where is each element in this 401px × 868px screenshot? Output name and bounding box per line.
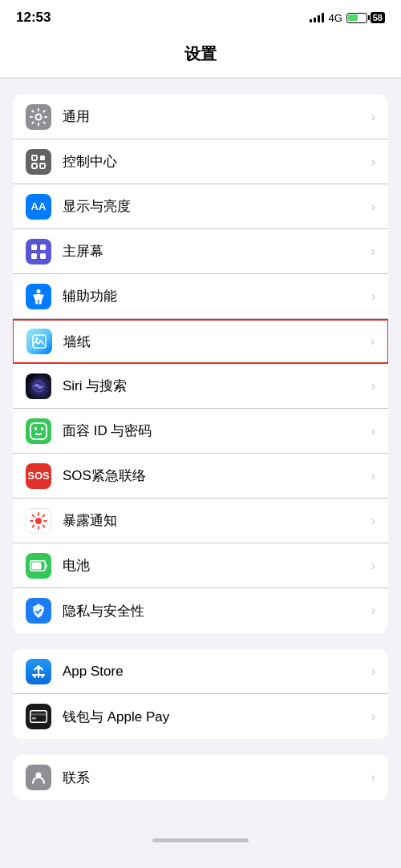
- svg-rect-4: [40, 164, 45, 168]
- svg-rect-23: [46, 563, 47, 567]
- display-icon: AA: [26, 194, 51, 220]
- wallpaper-chevron: ›: [371, 334, 375, 349]
- contacts-icon: [26, 765, 51, 790]
- contacts-label: 联系: [63, 769, 368, 787]
- home-screen-label: 主屏幕: [63, 242, 368, 260]
- svg-point-9: [37, 289, 41, 293]
- svg-line-21: [33, 525, 34, 527]
- svg-rect-24: [32, 562, 42, 569]
- exposure-chevron: ›: [371, 514, 375, 528]
- wallpaper-label: 墙纸: [63, 333, 367, 351]
- faceid-icon: [26, 418, 51, 444]
- wallet-chevron: ›: [371, 709, 375, 724]
- svg-rect-30: [30, 713, 47, 716]
- sos-label: SOS紧急联络: [63, 466, 368, 485]
- battery-level: 58: [371, 12, 385, 23]
- svg-rect-3: [32, 164, 37, 168]
- control-center-icon: [26, 149, 51, 175]
- general-chevron: ›: [371, 110, 375, 124]
- siri-icon: [26, 373, 51, 399]
- svg-rect-8: [40, 253, 46, 259]
- appstore-label: App Store: [63, 664, 368, 680]
- signal-bar-2: [314, 18, 316, 22]
- svg-rect-5: [31, 244, 37, 250]
- svg-line-18: [33, 515, 34, 516]
- display-chevron: ›: [371, 200, 375, 214]
- svg-line-20: [43, 515, 44, 516]
- settings-item-exposure[interactable]: 暴露通知 ›: [13, 499, 388, 543]
- status-bar: 12:53 4G 58: [0, 0, 401, 35]
- home-screen-icon: [26, 239, 51, 264]
- svg-point-0: [36, 114, 42, 119]
- svg-rect-31: [32, 717, 36, 720]
- accessibility-icon: [26, 284, 51, 309]
- home-bar: [152, 838, 249, 842]
- sos-icon: SOS: [26, 463, 51, 489]
- svg-point-13: [35, 518, 42, 524]
- settings-item-sos[interactable]: SOS SOS紧急联络 ›: [13, 454, 388, 499]
- accessibility-chevron: ›: [371, 289, 375, 304]
- svg-line-19: [43, 525, 44, 527]
- svg-point-10: [35, 337, 38, 341]
- siri-chevron: ›: [371, 379, 375, 394]
- appstore-icon: [26, 659, 51, 684]
- battery-icon: [346, 13, 367, 23]
- settings-item-general[interactable]: 通用 ›: [13, 95, 388, 139]
- settings-item-siri[interactable]: Siri 与搜索 ›: [13, 364, 388, 409]
- general-icon: [26, 104, 51, 130]
- privacy-chevron: ›: [371, 604, 375, 618]
- settings-section-3: 联系 ›: [13, 755, 388, 800]
- svg-rect-29: [30, 711, 47, 723]
- nav-title-bar: 设置: [0, 35, 401, 79]
- exposure-icon: [26, 508, 51, 534]
- settings-item-control-center[interactable]: 控制中心 ›: [13, 139, 388, 184]
- svg-rect-1: [32, 155, 37, 160]
- faceid-chevron: ›: [371, 424, 375, 438]
- settings-item-appstore[interactable]: App Store ›: [13, 649, 388, 694]
- display-icon-text: AA: [31, 200, 47, 212]
- settings-section-1: 通用 › 控制中心 › AA 显示与亮度 ›: [13, 95, 388, 633]
- signal-bar-1: [310, 19, 312, 22]
- sos-chevron: ›: [371, 469, 375, 483]
- battery-chevron: ›: [371, 559, 375, 573]
- settings-item-display[interactable]: AA 显示与亮度 ›: [13, 184, 388, 229]
- status-right: 4G 58: [310, 12, 385, 24]
- settings-item-privacy[interactable]: 隐私与安全性 ›: [13, 588, 388, 633]
- network-type: 4G: [328, 12, 342, 24]
- svg-rect-6: [40, 244, 46, 250]
- contacts-chevron: ›: [371, 770, 375, 785]
- display-label: 显示与亮度: [63, 197, 368, 216]
- control-center-label: 控制中心: [63, 152, 368, 171]
- general-label: 通用: [63, 107, 368, 126]
- settings-item-wallpaper[interactable]: 墙纸 ›: [13, 319, 388, 364]
- signal-bar-4: [322, 13, 324, 22]
- settings-item-battery[interactable]: 电池 ›: [13, 543, 388, 588]
- signal-bar-3: [318, 15, 320, 22]
- battery-settings-icon: [26, 553, 51, 579]
- svg-rect-7: [31, 253, 37, 259]
- exposure-label: 暴露通知: [63, 511, 368, 530]
- home-indicator: [0, 832, 401, 849]
- control-center-chevron: ›: [371, 155, 375, 169]
- bottom-spacer: [0, 816, 401, 832]
- settings-item-contacts[interactable]: 联系 ›: [13, 755, 388, 800]
- battery-label: 电池: [63, 556, 368, 575]
- siri-label: Siri 与搜索: [63, 377, 368, 395]
- svg-rect-2: [40, 155, 45, 160]
- battery-container: 58: [346, 12, 385, 23]
- status-time: 12:53: [16, 10, 51, 26]
- settings-item-home-screen[interactable]: 主屏幕 ›: [13, 229, 388, 274]
- settings-item-faceid[interactable]: 面容 ID 与密码 ›: [13, 409, 388, 454]
- privacy-icon: [26, 598, 51, 624]
- accessibility-label: 辅助功能: [63, 287, 368, 305]
- wallet-label: 钱包与 Apple Pay: [63, 708, 368, 726]
- appstore-chevron: ›: [371, 664, 375, 679]
- settings-item-accessibility[interactable]: 辅助功能 ›: [13, 274, 388, 319]
- wallet-icon: [26, 704, 51, 729]
- battery-fill: [348, 14, 358, 21]
- settings-item-wallet[interactable]: 钱包与 Apple Pay ›: [13, 694, 388, 739]
- page-title: 设置: [184, 45, 217, 63]
- settings-section-2: App Store › 钱包与 Apple Pay ›: [13, 649, 388, 739]
- home-screen-chevron: ›: [371, 244, 375, 259]
- privacy-label: 隐私与安全性: [63, 602, 368, 620]
